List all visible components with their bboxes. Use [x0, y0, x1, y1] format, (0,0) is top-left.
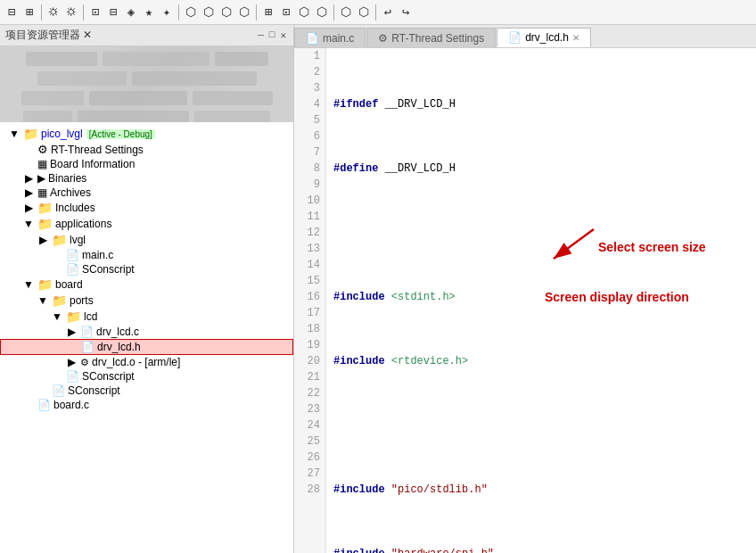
toolbar-icon-10[interactable]: ⬡: [183, 4, 199, 21]
tree-lvgl[interactable]: ▶ 📁 lvgl: [0, 232, 293, 248]
main-area: 项目资源管理器 ✕ — □ ✕ ▼ �: [0, 25, 756, 553]
tree-drv-lcd-h[interactable]: 📄 drv_lcd.h: [0, 339, 293, 355]
toolbar-icon-2[interactable]: ⊞: [21, 4, 37, 21]
panel-header: 项目资源管理器 ✕ — □ ✕: [0, 25, 293, 46]
main-toolbar: ⊟ ⊞ ⛭ ⛭ ⊡ ⊟ ◈ ★ ✦ ⬡ ⬡ ⬡ ⬡ ⊞ ⊡ ⬡ ⬡ ⬡ ⬡ ↩ …: [0, 0, 756, 25]
tab-main-c-label: main.c: [323, 32, 354, 45]
redo-icon[interactable]: ↪: [398, 4, 414, 21]
tree-archives[interactable]: ▶ ▦ Archives: [0, 186, 293, 200]
lcd-icon: 📁: [66, 310, 81, 324]
includes-icon: 📁: [37, 201, 53, 215]
code-view[interactable]: 12345 678910 1112131415 1617181920 21222…: [294, 48, 756, 553]
expand-lvgl-icon: ▶: [36, 234, 50, 246]
expand-icon: ▼: [7, 128, 21, 140]
undo-icon[interactable]: ↩: [380, 4, 396, 21]
tree-includes[interactable]: ▶ 📁 Includes: [0, 200, 293, 216]
tree-rt-thread-settings[interactable]: ⚙ RT-Thread Settings: [0, 142, 293, 157]
board-info-icon: ▦: [37, 158, 47, 170]
tree-main-c[interactable]: 📄 main.c: [0, 248, 293, 262]
folder-icon: 📁: [23, 127, 38, 141]
expand-lcd-icon: ▼: [50, 310, 64, 323]
expand-drv-lcd-o-icon: ▶: [64, 356, 78, 368]
code-line-3: [333, 225, 749, 241]
expand-archives-icon: ▶: [21, 186, 36, 199]
tab-rt-thread[interactable]: ⚙ RT-Thread Settings: [366, 28, 496, 47]
toolbar-icon-16[interactable]: ⬡: [296, 4, 312, 21]
toolbar-icon-1[interactable]: ⊟: [4, 4, 20, 21]
panel-maximize-btn[interactable]: □: [267, 29, 277, 41]
toolbar-icon-9[interactable]: ✦: [159, 4, 175, 21]
tree-binaries[interactable]: ▶ ▶ Binaries: [0, 171, 293, 186]
toolbar-icon-8[interactable]: ★: [141, 4, 157, 21]
tree-board[interactable]: ▼ 📁 board: [0, 276, 293, 293]
includes-label: Includes: [55, 202, 95, 214]
tree-drv-lcd-o[interactable]: ▶ ⚙ drv_lcd.o - [arm/le]: [0, 355, 293, 369]
toolbar-sep-3: [178, 4, 179, 21]
binaries-label: Binaries: [48, 172, 86, 185]
tree-sconscript-lcd[interactable]: 📄 SConscript: [0, 369, 293, 384]
tree-lcd[interactable]: ▼ 📁 lcd: [0, 309, 293, 325]
tab-main-c[interactable]: 📄 main.c: [294, 28, 366, 47]
sconscript-app-label: SConscript: [82, 263, 135, 276]
panel-minimize-btn[interactable]: —: [256, 29, 266, 41]
tab-drv-lcd-h[interactable]: 📄 drv_lcd.h ✕: [497, 28, 591, 47]
toolbar-sep-5: [333, 4, 334, 21]
lvgl-label: lvgl: [70, 234, 86, 246]
settings-icon: ⚙: [37, 143, 48, 156]
lvgl-icon: 📁: [52, 233, 67, 247]
toolbar-icon-3[interactable]: ⛭: [45, 4, 62, 21]
annotation-select-screen-text: Select screen size: [598, 239, 706, 255]
drv-lcd-c-icon: 📄: [80, 326, 94, 338]
toolbar-sep-2: [83, 4, 84, 21]
expand-applications-icon: ▼: [21, 218, 36, 230]
sconscript-lcd-icon: 📄: [66, 370, 79, 383]
tree-board-c[interactable]: 📄 board.c: [0, 398, 293, 412]
toolbar-icon-17[interactable]: ⬡: [314, 4, 330, 21]
lcd-label: lcd: [84, 310, 97, 323]
tree-applications[interactable]: ▼ 📁 applications: [0, 216, 293, 232]
drv-lcd-o-label: drv_lcd.o - [arm/le]: [92, 356, 180, 368]
toolbar-icon-7[interactable]: ◈: [123, 4, 139, 21]
code-line-4: #include <stdint.h>: [333, 289, 749, 305]
toolbar-icon-6[interactable]: ⊟: [105, 4, 121, 21]
archives-icon: ▦: [37, 186, 47, 199]
toolbar-icon-5[interactable]: ⊡: [87, 4, 103, 21]
sconscript-lcd-label: SConscript: [82, 370, 135, 383]
toolbar-sep-4: [256, 4, 257, 21]
applications-label: applications: [55, 218, 111, 230]
project-badge: [Active - Debug]: [86, 129, 155, 139]
ports-icon: 📁: [52, 293, 67, 308]
main-c-label: main.c: [82, 249, 113, 261]
file-tree: ▼ 📁 pico_lvgl [Active - Debug] ⚙ RT-Thre…: [0, 122, 293, 553]
expand-binaries-icon: ▶: [21, 172, 36, 185]
toolbar-icon-4[interactable]: ⛭: [63, 4, 79, 21]
toolbar-icon-15[interactable]: ⊡: [278, 4, 294, 21]
expand-board-icon: ▼: [21, 278, 36, 291]
toolbar-icon-19[interactable]: ⬡: [356, 4, 372, 21]
toolbar-sep-1: [41, 4, 42, 21]
tab-close-btn[interactable]: ✕: [572, 33, 579, 43]
code-area: #ifndef __DRV_LCD_H #define __DRV_LCD_H …: [326, 48, 756, 553]
editor-wrapper: 12345 678910 1112131415 1617181920 21222…: [294, 48, 756, 553]
tree-ports[interactable]: ▼ 📁 ports: [0, 293, 293, 309]
tree-drv-lcd-c[interactable]: ▶ 📄 drv_lcd.c: [0, 325, 293, 339]
tab-main-c-icon: 📄: [306, 32, 319, 45]
blurred-content: [0, 46, 293, 122]
tree-sconscript-app[interactable]: 📄 SConscript: [0, 262, 293, 276]
toolbar-icon-14[interactable]: ⊞: [260, 4, 276, 21]
expand-ports-icon: ▼: [36, 294, 50, 307]
line-numbers: 12345 678910 1112131415 1617181920 21222…: [294, 48, 326, 553]
tree-root-pico-lvgl[interactable]: ▼ 📁 pico_lvgl [Active - Debug]: [0, 126, 293, 142]
tree-sconscript-board[interactable]: 📄 SConscript: [0, 384, 293, 398]
applications-icon: 📁: [37, 217, 53, 231]
toolbar-icon-11[interactable]: ⬡: [201, 4, 217, 21]
toolbar-icon-18[interactable]: ⬡: [338, 4, 354, 21]
tree-board-info[interactable]: ▦ Board Information: [0, 157, 293, 171]
toolbar-icon-13[interactable]: ⬡: [236, 4, 252, 21]
drv-lcd-h-label: drv_lcd.h: [97, 341, 141, 353]
drv-lcd-h-icon: 📄: [81, 341, 94, 353]
toolbar-icon-12[interactable]: ⬡: [218, 4, 234, 21]
tab-rt-thread-icon: ⚙: [378, 32, 388, 45]
code-line-8: #include "hardware/spi.h": [333, 546, 749, 553]
panel-close-btn[interactable]: ✕: [278, 29, 288, 41]
